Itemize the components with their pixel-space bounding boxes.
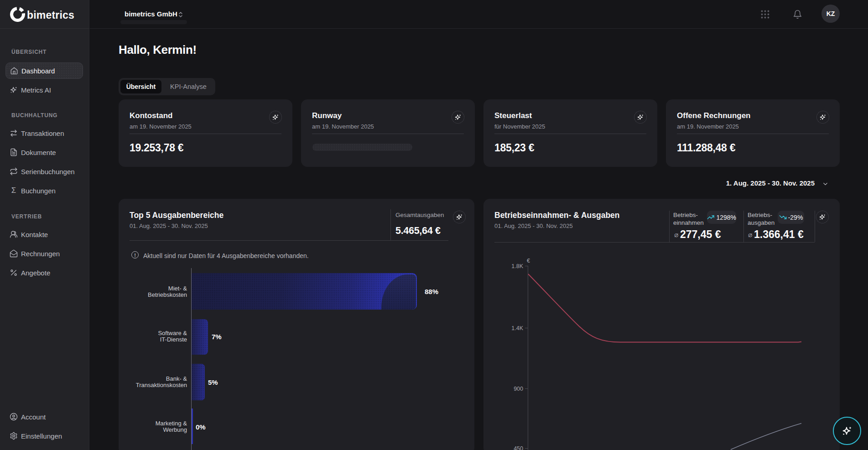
svg-text:450: 450 xyxy=(514,445,523,450)
svg-text:1.4K: 1.4K xyxy=(511,325,523,331)
svg-text:€: € xyxy=(527,258,530,264)
svg-text:1.8K: 1.8K xyxy=(511,263,523,269)
svg-text:900: 900 xyxy=(514,386,523,392)
